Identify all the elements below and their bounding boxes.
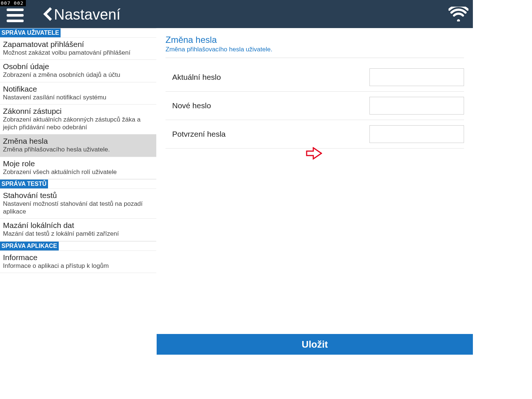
settings-sidebar: SPRÁVA UŽIVATELEZapamatovat přihlášeníMo…: [0, 28, 157, 355]
sidebar-item[interactable]: Stahování testůNastavení možností stahov…: [0, 189, 156, 219]
save-button[interactable]: Uložit: [157, 334, 473, 355]
sidebar-item[interactable]: Osobní údajeZobrazení a změna osobních ú…: [0, 60, 156, 82]
sidebar-item-title: Změna hesla: [3, 137, 153, 146]
sidebar-item-title: Zákonní zástupci: [3, 107, 153, 116]
sidebar-item-sub: Zobrazení aktuálních zákonných zástupců …: [3, 116, 153, 132]
form-label: Potvrzení hesla: [172, 130, 369, 139]
sidebar-item-title: Stahování testů: [3, 191, 153, 200]
sidebar-item-sub: Zobrazení a změna osobních údajů a účtu: [3, 71, 153, 79]
form-row: Nové heslo: [166, 92, 464, 120]
sidebar-item[interactable]: Mazání lokálních datMazání dat testů z l…: [0, 219, 156, 241]
sidebar-item-sub: Nastavení možností stahování dat testů n…: [3, 200, 153, 216]
sidebar-item[interactable]: Moje roleZobrazení všech aktuálních rolí…: [0, 157, 156, 179]
section-header: SPRÁVA UŽIVATELE: [0, 28, 61, 37]
sidebar-item-sub: Nastavení zasílání notifikací systému: [3, 93, 153, 101]
form-row: Potvrzení hesla: [166, 120, 464, 149]
section-header: SPRÁVA TESTŮ: [0, 180, 48, 188]
wifi-icon: [449, 7, 468, 23]
sidebar-item-title: Zapamatovat přihlášení: [3, 40, 153, 49]
sidebar-item[interactable]: Zákonní zástupciZobrazení aktuálních zák…: [0, 105, 156, 135]
arrow-right-icon: [306, 147, 322, 160]
sidebar-item[interactable]: NotifikaceNastavení zasílání notifikací …: [0, 82, 156, 105]
form-label: Aktuální heslo: [172, 73, 369, 82]
sidebar-item-sub: Informace o aplikaci a přístup k logům: [3, 262, 153, 270]
content-title: Změna hesla: [166, 35, 464, 45]
sidebar-item-title: Notifikace: [3, 85, 153, 93]
sidebar-item-title: Moje role: [3, 159, 153, 168]
debug-badge: 007 002: [0, 0, 26, 6]
password-form: Aktuální hesloNové hesloPotvrzení hesla: [166, 63, 464, 149]
password-input[interactable]: [369, 68, 464, 86]
section-header: SPRÁVA APLIKACE: [0, 242, 59, 250]
divider: [166, 58, 464, 58]
back-button[interactable]: [43, 7, 52, 23]
sidebar-item[interactable]: Změna heslaZměna přihlašovacího hesla už…: [0, 134, 156, 157]
password-input[interactable]: [369, 97, 464, 115]
sidebar-item[interactable]: InformaceInformace o aplikaci a přístup …: [0, 251, 156, 273]
form-row: Aktuální heslo: [166, 63, 464, 92]
sidebar-item-sub: Mazání dat testů z lokální paměti zaříze…: [3, 230, 153, 238]
password-input[interactable]: [369, 125, 464, 143]
save-button-label: Uložit: [302, 339, 328, 350]
app-header: 007 002 Nastavení: [0, 0, 473, 28]
menu-button[interactable]: [7, 8, 24, 22]
sidebar-item-sub: Možnost zakázat volbu pamatování přihláš…: [3, 49, 153, 57]
chevron-left-icon: [43, 7, 52, 21]
content-subtitle: Změna přihlašovacího hesla uživatele.: [166, 46, 464, 53]
sidebar-item-title: Osobní údaje: [3, 62, 153, 71]
form-label: Nové heslo: [172, 101, 369, 110]
content-pane: Změna hesla Změna přihlašovacího hesla u…: [157, 28, 473, 355]
page-title: Nastavení: [54, 6, 120, 23]
sidebar-item[interactable]: Zapamatovat přihlášeníMožnost zakázat vo…: [0, 38, 156, 60]
sidebar-item-title: Informace: [3, 253, 153, 262]
sidebar-item-sub: Zobrazení všech aktuálních rolí uživatel…: [3, 168, 153, 176]
sidebar-item-sub: Změna přihlašovacího hesla uživatele.: [3, 146, 153, 153]
sidebar-item-title: Mazání lokálních dat: [3, 221, 153, 230]
